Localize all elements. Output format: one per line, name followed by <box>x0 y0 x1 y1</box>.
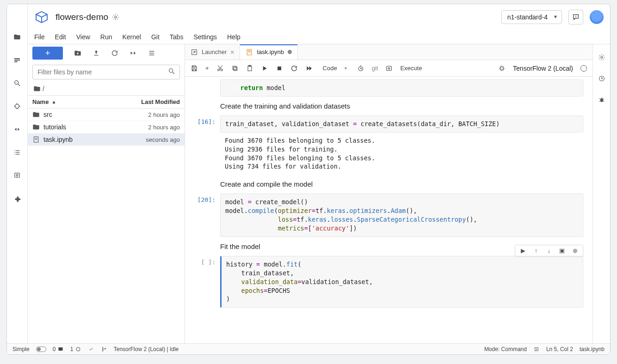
cell-prompt: [ ]: <box>189 256 220 308</box>
cell-action-toolbar: ▶↑↓▣⊕ <box>515 245 583 256</box>
git-toolbar-label[interactable]: git <box>372 65 378 72</box>
snapshot-icon[interactable] <box>385 65 393 72</box>
extensions-icon[interactable] <box>12 194 22 204</box>
code-input[interactable]: history = model.fit( train_dataset, vali… <box>220 256 583 308</box>
cut-icon[interactable] <box>216 65 224 72</box>
debug-icon[interactable] <box>498 65 506 72</box>
file-row[interactable]: tutorials2 hours ago <box>28 121 185 133</box>
move-down-icon[interactable]: ↓ <box>545 247 553 254</box>
paste-icon[interactable] <box>246 65 253 72</box>
notebook-cell[interactable]: [20]:model = create_model() model.compil… <box>189 194 583 237</box>
code-input[interactable]: model = create_model() model.compile(opt… <box>220 194 583 237</box>
menu-help[interactable]: Help <box>227 33 241 41</box>
commands-icon[interactable] <box>12 124 22 134</box>
tab-task-ipynb[interactable]: task.ipynb <box>240 44 298 60</box>
svg-rect-18 <box>149 53 154 53</box>
more-icon[interactable]: ⊕ <box>571 247 579 254</box>
delete-cell-icon[interactable]: ▣ <box>558 247 566 254</box>
column-header-name[interactable]: Name▲ <box>28 96 124 108</box>
svg-rect-17 <box>149 51 154 51</box>
code-input[interactable]: return model <box>220 79 583 97</box>
svg-rect-23 <box>35 138 37 139</box>
menu-edit[interactable]: Edit <box>55 33 66 41</box>
svg-rect-24 <box>35 139 37 140</box>
toc-icon[interactable] <box>12 147 22 158</box>
notebook-cell[interactable]: [16]:train_dataset, validation_dataset =… <box>189 115 583 175</box>
running-icon[interactable] <box>12 55 22 65</box>
close-icon[interactable]: × <box>230 49 234 56</box>
list-view-icon[interactable] <box>148 49 155 57</box>
svg-rect-27 <box>248 50 251 51</box>
folder-icon[interactable] <box>12 32 22 42</box>
run-cell-icon[interactable]: ▶ <box>519 247 527 254</box>
feedback-button[interactable] <box>568 10 583 24</box>
menu-view[interactable]: View <box>76 33 90 41</box>
notebook-cell[interactable]: Create and compile the model <box>189 177 583 191</box>
property-inspector-icon[interactable] <box>598 54 605 61</box>
git-icon[interactable] <box>12 101 22 111</box>
machine-type-select[interactable]: n1-standard-4 <box>501 10 562 24</box>
file-row[interactable]: task.ipynbseconds ago <box>28 133 185 146</box>
menu-kernel[interactable]: Kernel <box>122 33 141 41</box>
project-settings-icon[interactable] <box>112 13 119 21</box>
status-editor-mode: Mode: Command <box>484 346 527 352</box>
status-terminals[interactable]: 0 <box>53 346 64 352</box>
cell-type-select[interactable]: Code▾ <box>320 65 350 72</box>
svg-rect-37 <box>387 66 392 70</box>
save-icon[interactable] <box>191 65 198 72</box>
search-icon <box>168 67 175 75</box>
git-clone-icon[interactable] <box>130 49 137 57</box>
menu-tabs[interactable]: Tabs <box>170 33 184 41</box>
status-notification-icon[interactable] <box>533 346 540 352</box>
new-launcher-button[interactable]: + <box>32 47 63 60</box>
menu-file[interactable]: File <box>34 33 45 41</box>
svg-rect-43 <box>58 347 62 351</box>
cell-prompt <box>189 240 220 253</box>
notebook-cell[interactable]: return model <box>189 79 583 97</box>
path-breadcrumb[interactable]: / <box>28 82 185 95</box>
user-avatar[interactable] <box>590 10 604 24</box>
file-filter-input[interactable] <box>32 65 180 79</box>
notebook-cell[interactable]: [ ]:history = model.fit( train_dataset, … <box>189 256 583 308</box>
code-input[interactable]: train_dataset, validation_dataset = crea… <box>220 115 583 133</box>
status-kernels[interactable]: 1 <box>70 346 81 352</box>
unsaved-dot-icon <box>288 50 292 54</box>
menu-git[interactable]: Git <box>151 33 160 41</box>
status-mode-simple[interactable]: Simple <box>12 346 30 352</box>
status-git-branch-icon[interactable] <box>101 346 107 352</box>
svg-rect-28 <box>248 51 251 52</box>
menu-run[interactable]: Run <box>100 33 112 41</box>
timing-icon[interactable] <box>357 65 364 72</box>
copy-icon[interactable] <box>231 65 239 72</box>
svg-rect-9 <box>16 152 19 152</box>
stop-icon[interactable] <box>276 65 283 72</box>
upload-icon[interactable] <box>93 49 100 57</box>
status-bar: Simple 0 1 TensorFlow 2 (Local) | Idle M… <box>7 343 610 354</box>
menu-settings[interactable]: Settings <box>193 33 217 41</box>
titlebar: flowers-demo n1-standard-4 <box>28 4 610 30</box>
cell-prompt: [20]: <box>189 194 220 237</box>
move-up-icon[interactable]: ↑ <box>532 247 540 254</box>
svg-point-46 <box>102 350 103 351</box>
executor-icon[interactable] <box>12 170 22 181</box>
project-name: flowers-demo <box>56 12 108 22</box>
tab-launcher[interactable]: Launcher × <box>185 44 240 60</box>
notebook-cell[interactable]: Create the training and validation datas… <box>189 99 583 113</box>
restart-icon[interactable] <box>290 65 298 72</box>
kernel-name[interactable]: TensorFlow 2 (Local) <box>513 65 573 72</box>
debugger-icon[interactable] <box>598 96 605 103</box>
run-icon[interactable] <box>261 65 268 72</box>
execute-label[interactable]: Execute <box>400 65 422 72</box>
status-kernel-text[interactable]: TensorFlow 2 (Local) | Idle <box>114 346 179 352</box>
refresh-icon[interactable] <box>111 49 118 57</box>
file-row[interactable]: src2 hours ago <box>28 109 185 121</box>
add-cell-icon[interactable]: + <box>205 65 209 72</box>
svg-point-45 <box>102 347 103 348</box>
file-list: src2 hours agotutorials2 hours agotask.i… <box>28 109 185 146</box>
new-folder-icon[interactable] <box>74 49 81 57</box>
search-activity-icon[interactable]: ○ <box>12 78 22 88</box>
column-header-modified[interactable]: Last Modified <box>124 96 185 108</box>
svg-rect-35 <box>278 67 281 70</box>
run-all-icon[interactable] <box>305 65 313 72</box>
sessions-icon[interactable] <box>598 75 605 82</box>
